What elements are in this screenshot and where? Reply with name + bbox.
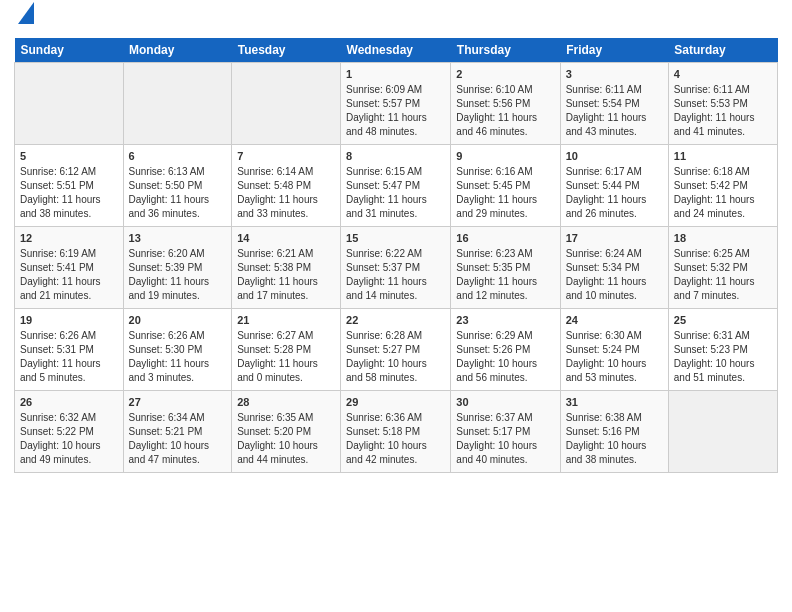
header-cell-monday: Monday (123, 38, 232, 63)
day-info: Sunrise: 6:38 AM Sunset: 5:16 PM Dayligh… (566, 412, 647, 465)
calendar-table: SundayMondayTuesdayWednesdayThursdayFrid… (14, 38, 778, 473)
logo-triangle-icon (18, 2, 34, 24)
day-number: 26 (20, 395, 118, 410)
calendar-cell: 10Sunrise: 6:17 AM Sunset: 5:44 PM Dayli… (560, 144, 668, 226)
day-number: 24 (566, 313, 663, 328)
day-info: Sunrise: 6:20 AM Sunset: 5:39 PM Dayligh… (129, 248, 210, 301)
calendar-cell: 27Sunrise: 6:34 AM Sunset: 5:21 PM Dayli… (123, 390, 232, 472)
day-info: Sunrise: 6:29 AM Sunset: 5:26 PM Dayligh… (456, 330, 537, 383)
calendar-cell: 29Sunrise: 6:36 AM Sunset: 5:18 PM Dayli… (341, 390, 451, 472)
calendar-cell: 11Sunrise: 6:18 AM Sunset: 5:42 PM Dayli… (668, 144, 777, 226)
day-number: 12 (20, 231, 118, 246)
calendar-cell: 1Sunrise: 6:09 AM Sunset: 5:57 PM Daylig… (341, 62, 451, 144)
day-info: Sunrise: 6:28 AM Sunset: 5:27 PM Dayligh… (346, 330, 427, 383)
header-cell-sunday: Sunday (15, 38, 124, 63)
day-info: Sunrise: 6:11 AM Sunset: 5:53 PM Dayligh… (674, 84, 755, 137)
day-info: Sunrise: 6:21 AM Sunset: 5:38 PM Dayligh… (237, 248, 318, 301)
calendar-cell: 25Sunrise: 6:31 AM Sunset: 5:23 PM Dayli… (668, 308, 777, 390)
day-info: Sunrise: 6:37 AM Sunset: 5:17 PM Dayligh… (456, 412, 537, 465)
day-info: Sunrise: 6:31 AM Sunset: 5:23 PM Dayligh… (674, 330, 755, 383)
day-number: 20 (129, 313, 227, 328)
calendar-cell: 8Sunrise: 6:15 AM Sunset: 5:47 PM Daylig… (341, 144, 451, 226)
day-number: 14 (237, 231, 335, 246)
day-number: 21 (237, 313, 335, 328)
day-info: Sunrise: 6:32 AM Sunset: 5:22 PM Dayligh… (20, 412, 101, 465)
header-cell-saturday: Saturday (668, 38, 777, 63)
week-row-4: 19Sunrise: 6:26 AM Sunset: 5:31 PM Dayli… (15, 308, 778, 390)
calendar-cell: 3Sunrise: 6:11 AM Sunset: 5:54 PM Daylig… (560, 62, 668, 144)
day-number: 1 (346, 67, 445, 82)
calendar-cell (668, 390, 777, 472)
header-cell-wednesday: Wednesday (341, 38, 451, 63)
logo-text (14, 10, 34, 30)
day-info: Sunrise: 6:16 AM Sunset: 5:45 PM Dayligh… (456, 166, 537, 219)
calendar-cell: 18Sunrise: 6:25 AM Sunset: 5:32 PM Dayli… (668, 226, 777, 308)
day-number: 29 (346, 395, 445, 410)
day-info: Sunrise: 6:26 AM Sunset: 5:31 PM Dayligh… (20, 330, 101, 383)
day-info: Sunrise: 6:13 AM Sunset: 5:50 PM Dayligh… (129, 166, 210, 219)
day-info: Sunrise: 6:12 AM Sunset: 5:51 PM Dayligh… (20, 166, 101, 219)
calendar-cell: 26Sunrise: 6:32 AM Sunset: 5:22 PM Dayli… (15, 390, 124, 472)
calendar-cell: 9Sunrise: 6:16 AM Sunset: 5:45 PM Daylig… (451, 144, 560, 226)
header (14, 10, 778, 30)
day-info: Sunrise: 6:27 AM Sunset: 5:28 PM Dayligh… (237, 330, 318, 383)
calendar-cell: 5Sunrise: 6:12 AM Sunset: 5:51 PM Daylig… (15, 144, 124, 226)
day-number: 5 (20, 149, 118, 164)
day-info: Sunrise: 6:11 AM Sunset: 5:54 PM Dayligh… (566, 84, 647, 137)
day-number: 19 (20, 313, 118, 328)
day-number: 16 (456, 231, 554, 246)
day-info: Sunrise: 6:23 AM Sunset: 5:35 PM Dayligh… (456, 248, 537, 301)
day-info: Sunrise: 6:15 AM Sunset: 5:47 PM Dayligh… (346, 166, 427, 219)
day-number: 13 (129, 231, 227, 246)
header-cell-tuesday: Tuesday (232, 38, 341, 63)
day-number: 11 (674, 149, 772, 164)
calendar-cell: 16Sunrise: 6:23 AM Sunset: 5:35 PM Dayli… (451, 226, 560, 308)
day-number: 7 (237, 149, 335, 164)
week-row-5: 26Sunrise: 6:32 AM Sunset: 5:22 PM Dayli… (15, 390, 778, 472)
day-number: 3 (566, 67, 663, 82)
week-row-3: 12Sunrise: 6:19 AM Sunset: 5:41 PM Dayli… (15, 226, 778, 308)
calendar-cell (15, 62, 124, 144)
calendar-cell: 24Sunrise: 6:30 AM Sunset: 5:24 PM Dayli… (560, 308, 668, 390)
day-info: Sunrise: 6:10 AM Sunset: 5:56 PM Dayligh… (456, 84, 537, 137)
day-info: Sunrise: 6:18 AM Sunset: 5:42 PM Dayligh… (674, 166, 755, 219)
calendar-cell: 12Sunrise: 6:19 AM Sunset: 5:41 PM Dayli… (15, 226, 124, 308)
calendar-cell: 30Sunrise: 6:37 AM Sunset: 5:17 PM Dayli… (451, 390, 560, 472)
page: SundayMondayTuesdayWednesdayThursdayFrid… (0, 0, 792, 612)
day-info: Sunrise: 6:17 AM Sunset: 5:44 PM Dayligh… (566, 166, 647, 219)
calendar-cell: 20Sunrise: 6:26 AM Sunset: 5:30 PM Dayli… (123, 308, 232, 390)
day-number: 18 (674, 231, 772, 246)
day-info: Sunrise: 6:19 AM Sunset: 5:41 PM Dayligh… (20, 248, 101, 301)
day-info: Sunrise: 6:30 AM Sunset: 5:24 PM Dayligh… (566, 330, 647, 383)
week-row-2: 5Sunrise: 6:12 AM Sunset: 5:51 PM Daylig… (15, 144, 778, 226)
calendar-cell: 17Sunrise: 6:24 AM Sunset: 5:34 PM Dayli… (560, 226, 668, 308)
day-info: Sunrise: 6:22 AM Sunset: 5:37 PM Dayligh… (346, 248, 427, 301)
day-number: 9 (456, 149, 554, 164)
calendar-cell: 4Sunrise: 6:11 AM Sunset: 5:53 PM Daylig… (668, 62, 777, 144)
logo (14, 10, 34, 30)
calendar-body: 1Sunrise: 6:09 AM Sunset: 5:57 PM Daylig… (15, 62, 778, 472)
calendar-cell: 7Sunrise: 6:14 AM Sunset: 5:48 PM Daylig… (232, 144, 341, 226)
day-number: 23 (456, 313, 554, 328)
day-number: 28 (237, 395, 335, 410)
day-number: 6 (129, 149, 227, 164)
calendar-cell (123, 62, 232, 144)
day-info: Sunrise: 6:26 AM Sunset: 5:30 PM Dayligh… (129, 330, 210, 383)
day-info: Sunrise: 6:14 AM Sunset: 5:48 PM Dayligh… (237, 166, 318, 219)
calendar-cell: 13Sunrise: 6:20 AM Sunset: 5:39 PM Dayli… (123, 226, 232, 308)
day-info: Sunrise: 6:09 AM Sunset: 5:57 PM Dayligh… (346, 84, 427, 137)
day-info: Sunrise: 6:34 AM Sunset: 5:21 PM Dayligh… (129, 412, 210, 465)
day-number: 8 (346, 149, 445, 164)
header-cell-thursday: Thursday (451, 38, 560, 63)
calendar-cell: 21Sunrise: 6:27 AM Sunset: 5:28 PM Dayli… (232, 308, 341, 390)
day-number: 30 (456, 395, 554, 410)
calendar-cell: 6Sunrise: 6:13 AM Sunset: 5:50 PM Daylig… (123, 144, 232, 226)
calendar-header: SundayMondayTuesdayWednesdayThursdayFrid… (15, 38, 778, 63)
day-number: 10 (566, 149, 663, 164)
calendar-cell (232, 62, 341, 144)
calendar-cell: 22Sunrise: 6:28 AM Sunset: 5:27 PM Dayli… (341, 308, 451, 390)
header-cell-friday: Friday (560, 38, 668, 63)
header-row: SundayMondayTuesdayWednesdayThursdayFrid… (15, 38, 778, 63)
week-row-1: 1Sunrise: 6:09 AM Sunset: 5:57 PM Daylig… (15, 62, 778, 144)
day-number: 15 (346, 231, 445, 246)
